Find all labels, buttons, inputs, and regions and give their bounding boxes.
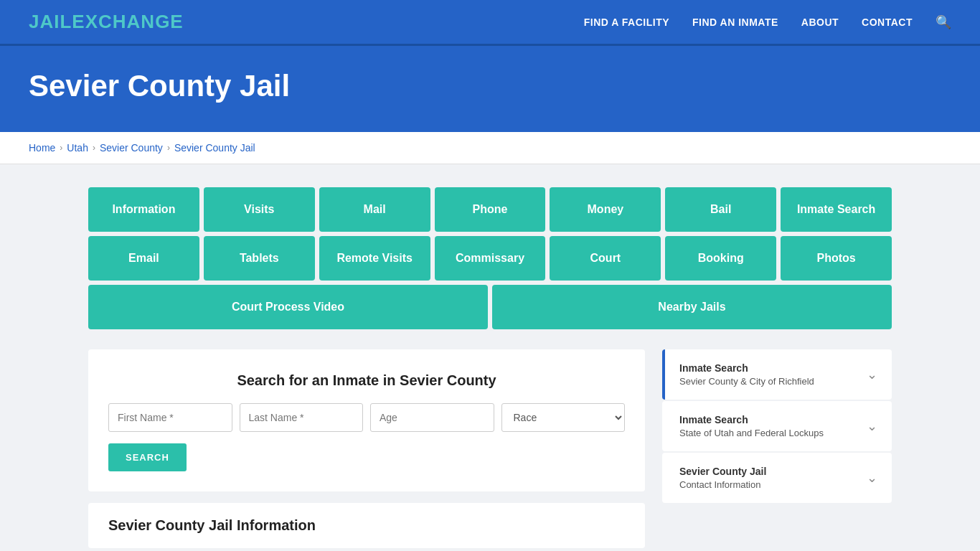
race-select[interactable]: RaceWhiteBlackHispanicAsianOther	[501, 403, 626, 432]
btn-information[interactable]: Information	[88, 187, 199, 232]
btn-email[interactable]: Email	[88, 236, 199, 281]
breadcrumb-current: Sevier County Jail	[174, 142, 255, 154]
info-heading: Sevier County Jail Information	[88, 503, 645, 548]
btn-visits[interactable]: Visits	[204, 187, 315, 232]
navbar: JAILEXCHANGE FIND A FACILITYFIND AN INMA…	[0, 0, 980, 46]
btn-money[interactable]: Money	[550, 187, 661, 232]
sidebar-contact-info-chevron-icon: ⌄	[867, 470, 877, 486]
breadcrumb-separator: ›	[60, 143, 62, 153]
btn-nearby-jails[interactable]: Nearby Jails	[492, 285, 892, 329]
btn-inmate-search[interactable]: Inmate Search	[781, 187, 892, 232]
sidebar-inmate-search-sevier-heading: Inmate Search	[679, 362, 814, 374]
nav-about[interactable]: ABOUT	[801, 17, 839, 28]
nav-contact[interactable]: CONTACT	[862, 17, 913, 28]
logo-part2: EXCHANGE	[72, 11, 183, 32]
site-logo[interactable]: JAILEXCHANGE	[29, 11, 184, 33]
sidebar-contact-info[interactable]: Sevier County JailContact Information⌄	[662, 453, 892, 503]
btn-tablets[interactable]: Tablets	[204, 236, 315, 281]
sidebar-inmate-search-utah-chevron-icon: ⌄	[867, 418, 877, 434]
logo-part1: JAIL	[29, 11, 72, 32]
sidebar-inmate-search-sevier-text: Inmate SearchSevier County & City of Ric…	[679, 362, 814, 387]
search-box: Search for an Inmate in Sevier County Ra…	[88, 349, 645, 491]
btn-remote-visits[interactable]: Remote Visits	[319, 236, 430, 281]
search-title: Search for an Inmate in Sevier County	[108, 372, 625, 389]
sidebar: Inmate SearchSevier County & City of Ric…	[662, 349, 892, 548]
hero-section: Sevier County Jail	[0, 46, 980, 132]
last-name-input[interactable]	[240, 403, 364, 432]
nav-search-icon[interactable]: 🔍	[936, 14, 951, 30]
left-column: Search for an Inmate in Sevier County Ra…	[88, 349, 645, 548]
btn-photos[interactable]: Photos	[781, 236, 892, 281]
first-name-input[interactable]	[108, 403, 232, 432]
btn-court[interactable]: Court	[550, 236, 661, 281]
page-title: Sevier County Jail	[29, 69, 951, 103]
search-fields: RaceWhiteBlackHispanicAsianOther	[108, 403, 625, 432]
nav-links: FIND A FACILITYFIND AN INMATEABOUTCONTAC…	[584, 14, 951, 30]
search-button[interactable]: SEARCH	[108, 443, 187, 471]
nav-find-inmate[interactable]: FIND AN INMATE	[692, 17, 778, 28]
age-input[interactable]	[370, 403, 494, 432]
sidebar-inmate-search-utah-heading: Inmate Search	[679, 414, 824, 425]
sidebar-contact-info-subtext: Contact Information	[679, 479, 766, 490]
sidebar-inmate-search-utah-text: Inmate SearchState of Utah and Federal L…	[679, 414, 824, 438]
btn-commissary[interactable]: Commissary	[435, 236, 546, 281]
btn-phone[interactable]: Phone	[435, 187, 546, 232]
nav-find-facility[interactable]: FIND A FACILITY	[584, 17, 669, 28]
sidebar-inmate-search-utah-subtext: State of Utah and Federal Lockups	[679, 428, 824, 438]
btn-mail[interactable]: Mail	[319, 187, 430, 232]
btn-court-process-video[interactable]: Court Process Video	[88, 285, 488, 329]
lower-section: Search for an Inmate in Sevier County Ra…	[88, 349, 892, 548]
breadcrumb-separator: ›	[167, 143, 170, 153]
breadcrumb-bar: Home›Utah›Sevier County›Sevier County Ja…	[0, 132, 980, 164]
info-title: Sevier County Jail Information	[108, 517, 625, 534]
sidebar-contact-info-text: Sevier County JailContact Information	[679, 466, 766, 490]
btn-bail[interactable]: Bail	[665, 187, 776, 232]
breadcrumb: Home›Utah›Sevier County›Sevier County Ja…	[29, 142, 951, 154]
sidebar-inmate-search-sevier-subtext: Sevier County & City of Richfield	[679, 376, 814, 387]
sidebar-inmate-search-sevier[interactable]: Inmate SearchSevier County & City of Ric…	[662, 349, 892, 400]
button-grid: InformationVisitsMailPhoneMoneyBailInmat…	[88, 187, 892, 329]
breadcrumb-utah[interactable]: Utah	[67, 142, 88, 154]
breadcrumb-home[interactable]: Home	[29, 142, 55, 154]
breadcrumb-sevier-county[interactable]: Sevier County	[100, 142, 163, 154]
sidebar-inmate-search-sevier-chevron-icon: ⌄	[867, 367, 877, 382]
sidebar-contact-info-heading: Sevier County Jail	[679, 466, 766, 477]
main-content: InformationVisitsMailPhoneMoneyBailInmat…	[0, 164, 980, 551]
breadcrumb-separator: ›	[93, 143, 95, 153]
sidebar-inmate-search-utah[interactable]: Inmate SearchState of Utah and Federal L…	[662, 401, 892, 451]
btn-booking[interactable]: Booking	[665, 236, 776, 281]
